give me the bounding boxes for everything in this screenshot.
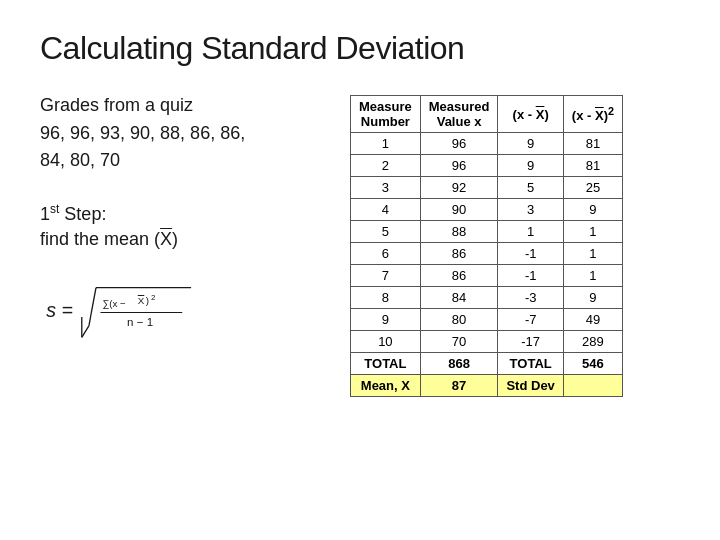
table-cell: 1 (498, 221, 563, 243)
table-cell: 1 (563, 221, 622, 243)
table-cell: -7 (498, 309, 563, 331)
col-header-measure: MeasureNumber (351, 96, 421, 133)
table-cell: 96 (420, 155, 498, 177)
table-cell: 81 (563, 133, 622, 155)
table-cell: -17 (498, 331, 563, 353)
table-cell: 1 (351, 133, 421, 155)
table-row: 58811 (351, 221, 623, 243)
table-cell: 546 (563, 353, 622, 375)
table-cell: 96 (420, 133, 498, 155)
svg-line-2 (82, 326, 89, 338)
table-cell: 3 (498, 199, 563, 221)
table-cell: 87 (420, 375, 498, 397)
svg-line-3 (89, 288, 96, 326)
table-cell: 9 (563, 287, 622, 309)
find-mean: find the mean (X) (40, 229, 320, 250)
col-header-diff: (x - X) (498, 96, 563, 133)
table-cell: -1 (498, 243, 563, 265)
table-row: 884-39 (351, 287, 623, 309)
svg-text:): ) (146, 295, 149, 306)
table-cell: 6 (351, 243, 421, 265)
mean-row: Mean, X87Std Dev (351, 375, 623, 397)
svg-text:∑(x −: ∑(x − (102, 298, 126, 309)
table-cell: 868 (420, 353, 498, 375)
table-cell: 9 (498, 133, 563, 155)
table-cell: TOTAL (351, 353, 421, 375)
table-row: 296981 (351, 155, 623, 177)
table-cell: Mean, X (351, 375, 421, 397)
table-cell: 5 (498, 177, 563, 199)
table-cell: 86 (420, 243, 498, 265)
svg-text:X: X (138, 295, 145, 306)
svg-text:2: 2 (151, 293, 156, 302)
table-cell: 10 (351, 331, 421, 353)
table-cell: 4 (351, 199, 421, 221)
table-cell: -3 (498, 287, 563, 309)
table-cell: -1 (498, 265, 563, 287)
formula: s = ∑(x − X ) 2 n − 1 (40, 268, 320, 348)
table-cell: 49 (563, 309, 622, 331)
table-cell: 289 (563, 331, 622, 353)
table-cell: 5 (351, 221, 421, 243)
table-cell: 9 (351, 309, 421, 331)
step-label: 1st Step: (40, 202, 320, 225)
table-cell: 86 (420, 265, 498, 287)
col-header-diff-sq: (x - X)2 (563, 96, 622, 133)
table-row: 1070-17289 (351, 331, 623, 353)
table-cell: 8 (351, 287, 421, 309)
table-cell: 1 (563, 265, 622, 287)
grades-title: Grades from a quiz (40, 95, 320, 116)
formula-svg: s = ∑(x − X ) 2 n − 1 (40, 268, 200, 348)
table-row: 392525 (351, 177, 623, 199)
table-panel: MeasureNumber MeasuredValue x (x - X) (x… (350, 95, 623, 397)
table-cell: 2 (351, 155, 421, 177)
table-row: 49039 (351, 199, 623, 221)
grades-list: 96, 96, 93, 90, 88, 86, 86, 84, 80, 70 (40, 120, 320, 174)
table-cell: 70 (420, 331, 498, 353)
table-cell: 9 (563, 199, 622, 221)
page: Calculating Standard Deviation Grades fr… (0, 0, 720, 540)
table-cell: 80 (420, 309, 498, 331)
table-cell: 84 (420, 287, 498, 309)
table-row: 980-749 (351, 309, 623, 331)
table-cell: 25 (563, 177, 622, 199)
table-cell (563, 375, 622, 397)
table-cell: 92 (420, 177, 498, 199)
table-cell: 9 (498, 155, 563, 177)
table-cell: Std Dev (498, 375, 563, 397)
svg-text:n − 1: n − 1 (127, 316, 153, 328)
table-row: 786-11 (351, 265, 623, 287)
table-cell: 81 (563, 155, 622, 177)
table-cell: 90 (420, 199, 498, 221)
table-cell: 3 (351, 177, 421, 199)
table-cell: 7 (351, 265, 421, 287)
col-header-value: MeasuredValue x (420, 96, 498, 133)
svg-text:s =: s = (46, 299, 73, 321)
table-row: 686-11 (351, 243, 623, 265)
table-cell: 88 (420, 221, 498, 243)
page-title: Calculating Standard Deviation (40, 30, 680, 67)
table-cell: 1 (563, 243, 622, 265)
content-area: Grades from a quiz 96, 96, 93, 90, 88, 8… (40, 95, 680, 397)
total-row: TOTAL868TOTAL546 (351, 353, 623, 375)
table-row: 196981 (351, 133, 623, 155)
table-cell: TOTAL (498, 353, 563, 375)
data-table: MeasureNumber MeasuredValue x (x - X) (x… (350, 95, 623, 397)
left-panel: Grades from a quiz 96, 96, 93, 90, 88, 8… (40, 95, 320, 348)
